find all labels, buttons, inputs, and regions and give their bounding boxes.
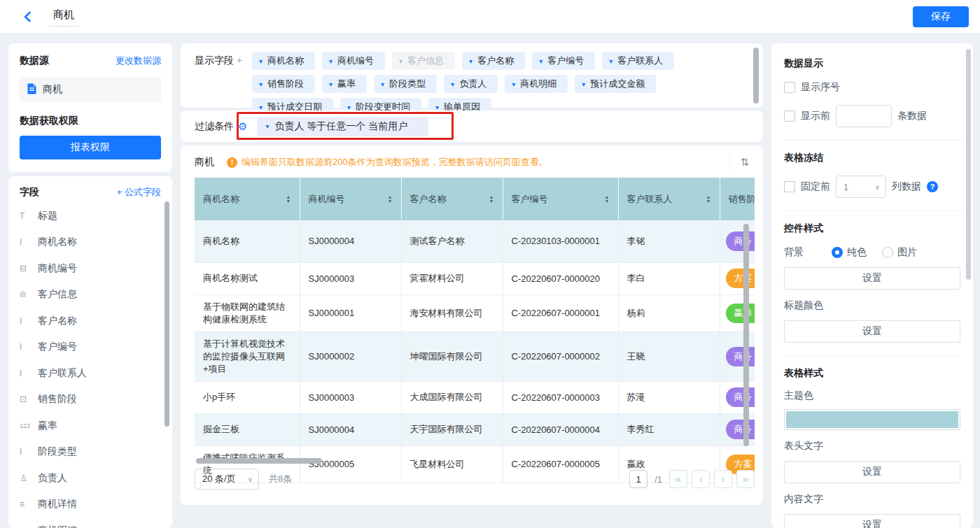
sort-order-icon[interactable]: ⇅	[729, 155, 752, 170]
image-radio[interactable]	[882, 247, 893, 258]
field-label: 客户编号	[38, 341, 77, 353]
field-item[interactable]: 123 赢率	[20, 413, 161, 439]
settings-scrollbar[interactable]	[966, 49, 971, 280]
cell-contact: 李铭	[618, 220, 720, 262]
filter-condition-chip[interactable]: ▾ 负责人 等于任意一个 当前用户	[257, 117, 428, 136]
content-text-set-button[interactable]: 设置	[784, 514, 960, 528]
field-item[interactable]: ♙ 负责人	[20, 465, 161, 492]
cell-customer-code: C-20220607-0000004	[503, 413, 618, 445]
title-color-set-button[interactable]: 设置	[784, 320, 960, 343]
row-limit-input[interactable]	[836, 105, 892, 127]
column-header[interactable]: 商机编号 ▲▼	[300, 178, 401, 220]
column-header[interactable]: 客户编号 ▲▼	[503, 178, 618, 220]
column-header[interactable]: 商机名称 ▲▼	[195, 178, 300, 220]
display-field-chip[interactable]: ▾ 客户编号	[532, 52, 595, 70]
display-field-chip[interactable]: ▾ 销售阶段	[252, 75, 315, 93]
cell-opportunity-name: 小p手环	[195, 381, 300, 413]
field-item[interactable]: ⊡ 销售阶段	[20, 387, 161, 413]
display-field-chip[interactable]: ▾ 负责人	[444, 75, 498, 93]
save-button[interactable]: 保存	[913, 6, 969, 27]
chevron-down-icon: ▾	[259, 80, 262, 88]
last-page-button[interactable]: »	[736, 470, 755, 488]
display-field-chip[interactable]: ▾ 客户信息	[392, 52, 455, 70]
display-field-chip[interactable]: ▾ 赢率	[322, 75, 367, 93]
chevron-down-icon: ▾	[609, 57, 612, 65]
page-number-input[interactable]: 1	[629, 470, 648, 488]
table-vertical-scrollbar[interactable]	[743, 224, 749, 446]
data-display-header: 数据显示	[784, 57, 960, 70]
sort-arrows-icon[interactable]: ▲▼	[605, 195, 610, 204]
field-label: 客户名称	[38, 315, 77, 327]
add-display-field-button[interactable]: +	[237, 55, 242, 66]
change-datasource-link[interactable]: 更改数据源	[115, 55, 161, 67]
table-body: 商机名称 SJ0000004 测试客户名称 C-20230103-0000001…	[195, 220, 755, 483]
fields-scrollbar[interactable]	[164, 201, 169, 427]
field-item[interactable]: I 客户名称	[20, 308, 161, 334]
column-header[interactable]: 销售阶段 ▲▼	[720, 178, 755, 220]
column-header-label: 客户编号	[512, 193, 548, 206]
chip-row: ▾ 商机名称 ▾ 商机编号 ▾ 客户信息 ▾	[252, 52, 674, 70]
show-front-checkbox[interactable]	[784, 110, 795, 122]
field-item[interactable]: I 商机名称	[20, 229, 161, 256]
page-size-value: 20 条/页	[202, 473, 236, 485]
sort-arrows-icon[interactable]: ▲▼	[388, 195, 393, 204]
column-header[interactable]: 客户名称 ▲▼	[401, 178, 503, 220]
field-item[interactable]: I 阶段类型	[20, 439, 161, 466]
freeze-checkbox[interactable]	[784, 181, 795, 192]
show-serial-label: 显示序号	[801, 81, 840, 94]
sort-arrows-icon[interactable]: ▲▼	[286, 195, 291, 204]
display-field-chip[interactable]: ▾ 商机编号	[322, 52, 385, 70]
horizontal-scrollbar[interactable]	[196, 458, 322, 464]
gear-icon[interactable]: ⚙	[238, 120, 247, 133]
next-page-button[interactable]: ›	[714, 470, 732, 488]
display-field-chip[interactable]: ▾ 商机明细	[505, 75, 568, 93]
display-field-chip[interactable]: ▾ 商机名称	[252, 52, 315, 70]
display-field-chip[interactable]: ▾ 预计成交金额	[575, 75, 656, 93]
serial-icon: ⊟	[20, 264, 38, 273]
theme-color-picker[interactable]	[784, 409, 960, 430]
display-field-chip[interactable]: ▾ 阶段类型	[374, 75, 437, 93]
datasource-header: 数据源	[20, 55, 49, 67]
solid-color-radio[interactable]	[832, 247, 843, 258]
cell-contact: 杨莉	[618, 294, 720, 331]
back-icon[interactable]	[18, 7, 38, 27]
field-item[interactable]: ▸ 商机明细	[20, 518, 161, 528]
fields-header: 字段	[20, 186, 39, 199]
first-page-button[interactable]: «	[669, 470, 687, 488]
page-title: 商机	[49, 7, 78, 27]
prev-page-button[interactable]: ‹	[692, 470, 710, 488]
field-item[interactable]: I 客户编号	[20, 334, 161, 361]
chip-label: 赢率	[337, 78, 356, 90]
sort-arrows-icon[interactable]: ▲▼	[706, 195, 711, 204]
background-set-button[interactable]: 设置	[784, 267, 960, 290]
header-text-set-button[interactable]: 设置	[784, 461, 960, 483]
chevron-down-icon: ▾	[435, 104, 439, 111]
table-row: 商机名称测试 SJ0000003 蓂霍材料公司 C-20220607-00000…	[195, 262, 755, 294]
page-size-select[interactable]: 20 条/页 ∨	[195, 469, 259, 490]
help-icon[interactable]: ?	[927, 181, 938, 192]
display-field-chip[interactable]: ▾ 客户名称	[462, 52, 525, 70]
show-serial-checkbox[interactable]	[784, 82, 795, 93]
field-item[interactable]: ≡ 商机详情	[20, 492, 161, 518]
topbar: 商机 保存	[0, 0, 980, 34]
display-field-chip[interactable]: ▾ 客户联系人	[602, 52, 674, 70]
display-fields-scrollbar[interactable]	[753, 48, 759, 104]
field-item[interactable]: ⊟ 商机编号	[20, 255, 161, 282]
report-permission-button[interactable]: 报表权限	[20, 136, 161, 159]
field-item[interactable]: ılı 客户信息	[20, 282, 161, 308]
add-formula-field-link[interactable]: + 公式字段	[117, 186, 161, 199]
field-item[interactable]: I 客户联系人	[20, 360, 161, 387]
column-header[interactable]: 客户联系人 ▲▼	[618, 178, 720, 220]
warning-icon: !	[227, 157, 237, 168]
sort-arrows-icon[interactable]: ▲▼	[489, 195, 494, 204]
freeze-column-select[interactable]: 1 ∨	[836, 176, 886, 198]
chip-label: 商机编号	[337, 55, 374, 67]
chevron-down-icon: ∨	[248, 476, 253, 483]
cell-customer-name: 大成国际有限公司	[401, 381, 503, 413]
field-item[interactable]: T 标题	[20, 203, 161, 229]
table-title: 商机	[195, 156, 214, 169]
background-label: 背景	[784, 246, 804, 259]
display-fields-label: 显示字段	[195, 55, 234, 66]
cell-customer-name: 海安材料有限公司	[401, 294, 503, 331]
datasource-item[interactable]: 商机	[20, 77, 161, 102]
